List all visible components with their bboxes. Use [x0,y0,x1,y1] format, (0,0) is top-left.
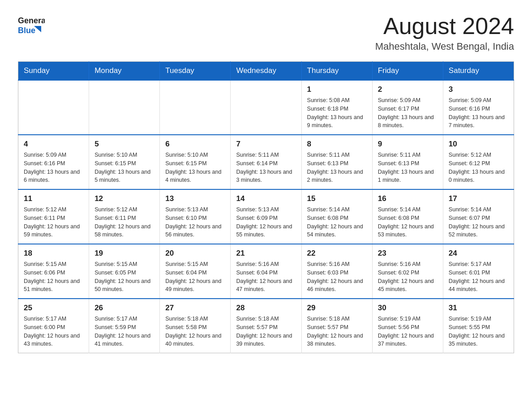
day-cell [89,80,160,135]
day-cell: 12Sunrise: 5:12 AM Sunset: 6:11 PM Dayli… [89,189,160,244]
day-number: 20 [165,249,225,258]
day-number: 15 [307,194,367,203]
day-cell: 15Sunrise: 5:14 AM Sunset: 6:08 PM Dayli… [301,189,372,244]
day-number: 8 [307,140,367,149]
day-cell: 21Sunrise: 5:16 AM Sunset: 6:04 PM Dayli… [231,244,301,299]
week-row-1: 1Sunrise: 5:08 AM Sunset: 6:18 PM Daylig… [18,80,514,135]
day-cell [18,80,89,135]
day-number: 3 [449,85,508,94]
day-cell: 19Sunrise: 5:15 AM Sunset: 6:05 PM Dayli… [89,244,160,299]
day-info: Sunrise: 5:09 AM Sunset: 6:16 PM Dayligh… [449,96,508,130]
day-number: 12 [94,194,154,203]
week-row-2: 4Sunrise: 5:09 AM Sunset: 6:16 PM Daylig… [18,135,514,189]
day-info: Sunrise: 5:19 AM Sunset: 5:56 PM Dayligh… [378,315,438,348]
day-number: 10 [449,140,508,149]
day-number: 1 [307,85,367,94]
day-cell: 20Sunrise: 5:15 AM Sunset: 6:04 PM Dayli… [160,244,231,299]
day-info: Sunrise: 5:12 AM Sunset: 6:12 PM Dayligh… [449,151,508,184]
day-info: Sunrise: 5:09 AM Sunset: 6:17 PM Dayligh… [378,96,438,130]
day-number: 7 [236,140,296,149]
day-cell: 29Sunrise: 5:18 AM Sunset: 5:57 PM Dayli… [301,299,372,353]
day-number: 27 [165,304,225,313]
day-cell: 8Sunrise: 5:11 AM Sunset: 6:13 PM Daylig… [301,135,372,189]
logo-area: General Blue [18,13,45,40]
weekday-monday: Monday [89,62,160,81]
day-number: 23 [378,249,438,258]
header: General Blue August 2024 Maheshtala, Wes… [18,13,514,52]
day-cell: 24Sunrise: 5:17 AM Sunset: 6:01 PM Dayli… [443,244,514,299]
day-info: Sunrise: 5:12 AM Sunset: 6:11 PM Dayligh… [24,206,83,239]
day-info: Sunrise: 5:16 AM Sunset: 6:04 PM Dayligh… [236,260,296,294]
day-cell: 25Sunrise: 5:17 AM Sunset: 6:00 PM Dayli… [18,299,89,353]
day-info: Sunrise: 5:11 AM Sunset: 6:13 PM Dayligh… [307,151,367,184]
month-title: August 2024 [375,13,514,39]
weekday-thursday: Thursday [301,62,372,81]
day-cell: 28Sunrise: 5:18 AM Sunset: 5:57 PM Dayli… [231,299,301,353]
day-number: 6 [165,140,225,149]
day-info: Sunrise: 5:17 AM Sunset: 5:59 PM Dayligh… [94,315,154,348]
day-cell: 26Sunrise: 5:17 AM Sunset: 5:59 PM Dayli… [89,299,160,353]
day-info: Sunrise: 5:18 AM Sunset: 5:57 PM Dayligh… [307,315,367,348]
day-info: Sunrise: 5:10 AM Sunset: 6:15 PM Dayligh… [94,151,154,184]
day-number: 24 [449,249,508,258]
day-number: 22 [307,249,367,258]
day-cell: 10Sunrise: 5:12 AM Sunset: 6:12 PM Dayli… [443,135,514,189]
day-cell: 3Sunrise: 5:09 AM Sunset: 6:16 PM Daylig… [443,80,514,135]
day-info: Sunrise: 5:15 AM Sunset: 6:05 PM Dayligh… [94,260,154,294]
day-cell: 17Sunrise: 5:14 AM Sunset: 6:07 PM Dayli… [443,189,514,244]
day-number: 18 [24,249,83,258]
day-cell [160,80,231,135]
week-row-3: 11Sunrise: 5:12 AM Sunset: 6:11 PM Dayli… [18,189,514,244]
day-info: Sunrise: 5:14 AM Sunset: 6:08 PM Dayligh… [307,206,367,239]
day-info: Sunrise: 5:17 AM Sunset: 6:00 PM Dayligh… [24,315,83,348]
weekday-tuesday: Tuesday [160,62,231,81]
day-info: Sunrise: 5:08 AM Sunset: 6:18 PM Dayligh… [307,96,367,130]
day-info: Sunrise: 5:19 AM Sunset: 5:55 PM Dayligh… [449,315,508,348]
calendar-table: SundayMondayTuesdayWednesdayThursdayFrid… [18,61,514,353]
day-info: Sunrise: 5:13 AM Sunset: 6:09 PM Dayligh… [236,206,296,239]
day-info: Sunrise: 5:13 AM Sunset: 6:10 PM Dayligh… [165,206,225,239]
week-row-4: 18Sunrise: 5:15 AM Sunset: 6:06 PM Dayli… [18,244,514,299]
day-info: Sunrise: 5:17 AM Sunset: 6:01 PM Dayligh… [449,260,508,294]
day-info: Sunrise: 5:11 AM Sunset: 6:14 PM Dayligh… [236,151,296,184]
day-number: 25 [24,304,83,313]
title-area: August 2024 Maheshtala, West Bengal, Ind… [375,13,514,52]
svg-text:General: General [18,16,45,25]
day-cell: 7Sunrise: 5:11 AM Sunset: 6:14 PM Daylig… [231,135,301,189]
weekday-header-row: SundayMondayTuesdayWednesdayThursdayFrid… [18,62,514,81]
day-number: 16 [378,194,438,203]
day-cell: 16Sunrise: 5:14 AM Sunset: 6:08 PM Dayli… [372,189,443,244]
day-number: 4 [24,140,83,149]
day-cell: 14Sunrise: 5:13 AM Sunset: 6:09 PM Dayli… [231,189,301,244]
day-cell: 5Sunrise: 5:10 AM Sunset: 6:15 PM Daylig… [89,135,160,189]
day-info: Sunrise: 5:10 AM Sunset: 6:15 PM Dayligh… [165,151,225,184]
day-info: Sunrise: 5:11 AM Sunset: 6:13 PM Dayligh… [378,151,438,184]
day-number: 31 [449,304,508,313]
day-number: 14 [236,194,296,203]
day-cell: 11Sunrise: 5:12 AM Sunset: 6:11 PM Dayli… [18,189,89,244]
weekday-saturday: Saturday [443,62,514,81]
day-number: 9 [378,140,438,149]
day-cell: 22Sunrise: 5:16 AM Sunset: 6:03 PM Dayli… [301,244,372,299]
day-info: Sunrise: 5:09 AM Sunset: 6:16 PM Dayligh… [24,151,83,184]
day-cell: 9Sunrise: 5:11 AM Sunset: 6:13 PM Daylig… [372,135,443,189]
day-cell: 6Sunrise: 5:10 AM Sunset: 6:15 PM Daylig… [160,135,231,189]
weekday-wednesday: Wednesday [231,62,301,81]
day-number: 11 [24,194,83,203]
day-cell: 1Sunrise: 5:08 AM Sunset: 6:18 PM Daylig… [301,80,372,135]
svg-text:Blue: Blue [18,26,35,35]
location: Maheshtala, West Bengal, India [375,41,514,52]
day-info: Sunrise: 5:16 AM Sunset: 6:02 PM Dayligh… [378,260,438,294]
day-info: Sunrise: 5:16 AM Sunset: 6:03 PM Dayligh… [307,260,367,294]
day-number: 30 [378,304,438,313]
day-info: Sunrise: 5:12 AM Sunset: 6:11 PM Dayligh… [94,206,154,239]
weekday-sunday: Sunday [18,62,89,81]
day-cell: 13Sunrise: 5:13 AM Sunset: 6:10 PM Dayli… [160,189,231,244]
day-cell: 31Sunrise: 5:19 AM Sunset: 5:55 PM Dayli… [443,299,514,353]
day-info: Sunrise: 5:14 AM Sunset: 6:07 PM Dayligh… [449,206,508,239]
day-cell: 23Sunrise: 5:16 AM Sunset: 6:02 PM Dayli… [372,244,443,299]
day-info: Sunrise: 5:14 AM Sunset: 6:08 PM Dayligh… [378,206,438,239]
day-info: Sunrise: 5:18 AM Sunset: 5:58 PM Dayligh… [165,315,225,348]
day-cell: 30Sunrise: 5:19 AM Sunset: 5:56 PM Dayli… [372,299,443,353]
week-row-5: 25Sunrise: 5:17 AM Sunset: 6:00 PM Dayli… [18,299,514,353]
